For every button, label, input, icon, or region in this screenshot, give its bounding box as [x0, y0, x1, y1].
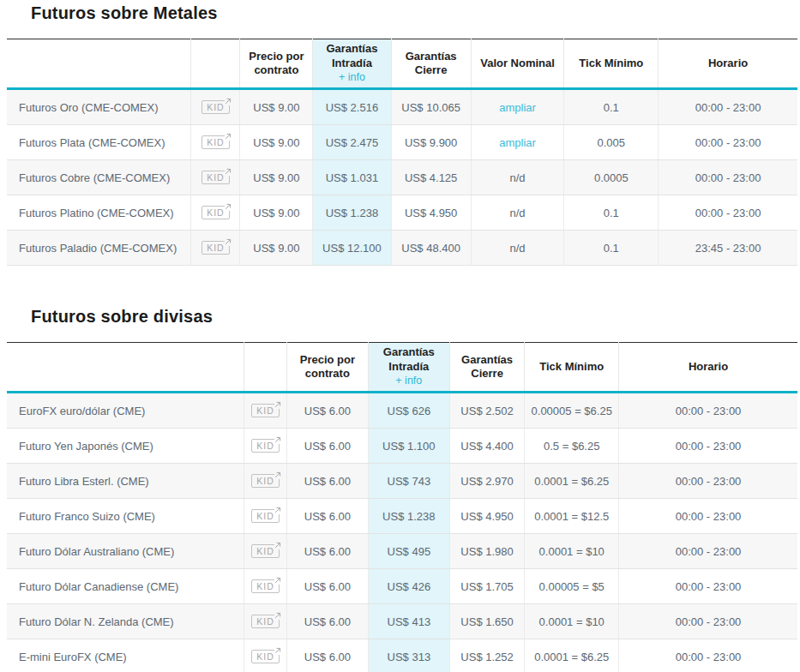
kid-document-link[interactable]: KID: [251, 579, 280, 594]
cierre-cell: US$ 48.400: [391, 231, 471, 266]
info-link[interactable]: + info: [372, 375, 446, 388]
horario-cell: 00:00 - 23:00: [619, 393, 797, 429]
kid-label: KID: [256, 581, 274, 591]
intradia-cell: US$ 12.100: [313, 231, 391, 266]
tick-cell: 0.1: [564, 195, 659, 231]
precio-cell: US$ 9.00: [240, 160, 313, 195]
product-name-cell: Futuro Dólar Canadiense (CME): [7, 569, 244, 604]
metales-table: Precio por contratoGarantías Intradía+ i…: [7, 39, 797, 266]
kid-cell: KID: [244, 393, 287, 429]
horario-cell: 00:00 - 23:00: [619, 639, 797, 672]
cierre-cell: US$ 1.252: [449, 639, 525, 672]
table-row: Futuro Franco Suizo (CME)KIDUS$ 6.00US$ …: [7, 499, 797, 534]
divisas-table: Precio por contratoGarantías Intradía+ i…: [7, 342, 797, 672]
cierre-cell: US$ 4.400: [449, 429, 525, 464]
kid-document-link[interactable]: KID: [251, 650, 280, 664]
column-header-precio: Precio por contrato: [240, 39, 313, 89]
valor-nominal-cell: ampliar: [471, 125, 564, 160]
column-header-label: Garantías Cierre: [406, 50, 457, 76]
table-row: E-mini EuroFX (CME)KIDUS$ 6.00US$ 313US$…: [7, 639, 797, 672]
intradia-cell: US$ 1.031: [313, 160, 391, 195]
product-name-cell: E-mini EuroFX (CME): [7, 639, 244, 672]
kid-cell: KID: [244, 429, 287, 464]
tick-cell: 0.005: [564, 125, 659, 160]
kid-document-link[interactable]: KID: [202, 206, 230, 220]
precio-cell: US$ 6.00: [286, 639, 368, 672]
product-name-cell: Futuro Dólar N. Zelanda (CME): [7, 604, 244, 639]
kid-cell: KID: [244, 604, 287, 639]
kid-label: KID: [256, 546, 274, 556]
info-link[interactable]: + info: [316, 71, 387, 85]
section-title-metales: Futuros sobre Metales: [31, 3, 797, 23]
precio-cell: US$ 6.00: [286, 464, 368, 499]
external-link-arrow-icon: [225, 238, 232, 246]
column-header-label: Precio por contrato: [300, 353, 355, 380]
valor-nominal-cell: ampliar: [471, 89, 564, 125]
kid-document-link[interactable]: KID: [251, 404, 280, 418]
external-link-arrow-icon: [274, 471, 282, 479]
precio-cell: US$ 9.00: [240, 195, 313, 231]
kid-cell: KID: [191, 89, 240, 125]
kid-document-link[interactable]: KID: [251, 544, 280, 559]
cierre-cell: US$ 9.900: [391, 125, 471, 160]
intradia-cell: US$ 413: [368, 604, 449, 639]
kid-document-link[interactable]: KID: [202, 171, 230, 185]
column-header-tick: Tick Mínimo: [525, 343, 619, 393]
kid-document-link[interactable]: KID: [202, 100, 230, 115]
cierre-cell: US$ 1.705: [449, 569, 525, 604]
kid-document-link[interactable]: KID: [251, 509, 280, 524]
kid-label: KID: [207, 207, 225, 218]
table-row: Futuros Cobre (CME-COMEX)KIDUS$ 9.00US$ …: [7, 160, 797, 195]
section-metales: Futuros sobre Metales Precio por contrat…: [7, 3, 797, 266]
kid-cell: KID: [191, 195, 240, 231]
kid-label: KID: [256, 476, 274, 486]
table-row: EuroFX euro/dólar (CME)KIDUS$ 6.00US$ 62…: [7, 393, 797, 429]
column-header-cierre: Garantías Cierre: [391, 39, 471, 89]
horario-cell: 00:00 - 23:00: [619, 604, 797, 639]
external-link-arrow-icon: [225, 133, 232, 141]
ampliar-link[interactable]: ampliar: [499, 101, 536, 114]
external-link-arrow-icon: [274, 612, 282, 620]
kid-document-link[interactable]: KID: [251, 439, 280, 453]
intradia-cell: US$ 2.475: [313, 125, 391, 160]
kid-cell: KID: [191, 231, 240, 266]
column-header-horario: Horario: [659, 39, 797, 89]
table-row: Futuro Dólar Australiano (CME)KIDUS$ 6.0…: [7, 534, 797, 569]
kid-cell: KID: [244, 464, 287, 499]
column-header-label: Garantías Cierre: [461, 353, 513, 380]
intradia-cell: US$ 313: [368, 639, 449, 672]
kid-document-link[interactable]: KID: [202, 135, 230, 150]
kid-document-link[interactable]: KID: [251, 615, 280, 629]
valor-cell: n/d: [471, 195, 564, 231]
column-header-cierre: Garantías Cierre: [449, 343, 525, 393]
product-name-cell: Futuro Yen Japonés (CME): [7, 429, 244, 464]
section-title-divisas: Futuros sobre divisas: [31, 307, 797, 327]
column-header-intradia: Garantías Intradía+ info: [313, 39, 391, 89]
kid-document-link[interactable]: KID: [251, 474, 280, 489]
kid-document-link[interactable]: KID: [202, 241, 230, 255]
table-row: Futuro Dólar Canadiense (CME)KIDUS$ 6.00…: [7, 569, 797, 604]
external-link-arrow-icon: [225, 98, 232, 105]
column-header-label: Garantías Intradía: [383, 345, 435, 372]
horario-cell: 00:00 - 23:00: [659, 89, 797, 125]
column-header-valor: Valor Nominal: [471, 39, 564, 89]
intradia-cell: US$ 1.238: [313, 195, 391, 231]
kid-cell: KID: [244, 499, 287, 534]
horario-cell: 23:45 - 23:00: [659, 231, 797, 266]
column-header-horario: Horario: [619, 343, 797, 393]
precio-cell: US$ 9.00: [240, 125, 313, 160]
cierre-cell: US$ 2.970: [449, 464, 525, 499]
ampliar-link[interactable]: ampliar: [499, 136, 536, 149]
external-link-arrow-icon: [274, 507, 282, 514]
kid-cell: KID: [191, 125, 240, 160]
external-link-arrow-icon: [274, 436, 282, 444]
column-header-label: Horario: [689, 360, 728, 373]
column-header-label: Valor Nominal: [480, 57, 555, 69]
column-header-name: [7, 343, 244, 393]
kid-cell: KID: [244, 569, 287, 604]
header-row: Precio por contratoGarantías Intradía+ i…: [7, 343, 797, 393]
table-row: Futuros Platino (CME-COMEX)KIDUS$ 9.00US…: [7, 195, 797, 231]
column-header-tick: Tick Mínimo: [564, 39, 659, 89]
divisas-fees-table: Precio por contratoGarantías Intradía+ i…: [7, 342, 797, 672]
kid-label: KID: [256, 405, 274, 416]
